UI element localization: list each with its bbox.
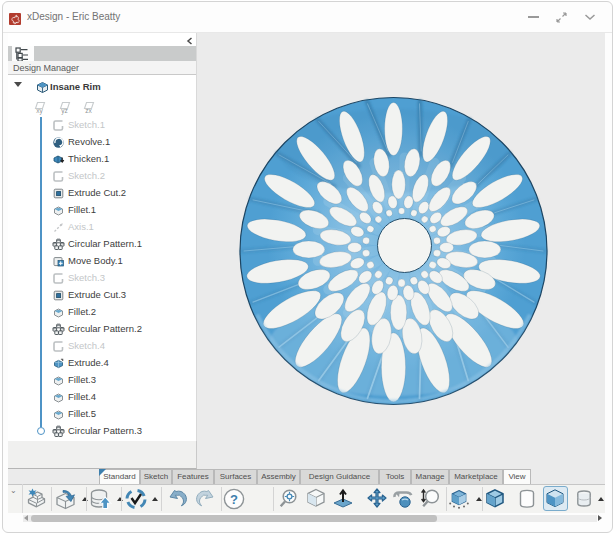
svg-text:?: ? — [230, 492, 238, 507]
